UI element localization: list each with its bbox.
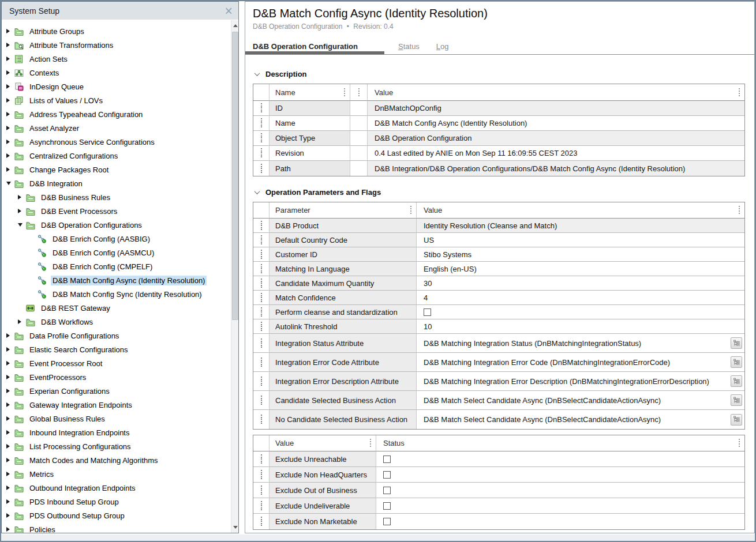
column-menu-icon[interactable] bbox=[739, 206, 740, 214]
expand-arrow-icon[interactable] bbox=[6, 126, 14, 130]
tree-item-d-b-enrich-config-cmpelf[interactable]: D&B Enrich Config (CMPELF) bbox=[2, 259, 231, 273]
column-menu-icon[interactable] bbox=[739, 439, 740, 447]
matching-in-language-value-cell[interactable]: English (en-US) bbox=[417, 262, 744, 276]
path-value-cell[interactable]: D&B Integration/D&B Operation Configurat… bbox=[368, 161, 744, 176]
integration-error-code-attribute-value-cell[interactable]: D&B Matching Integration Error Code (DnB… bbox=[417, 353, 744, 372]
row-drag-handle[interactable] bbox=[253, 131, 270, 146]
tree-item-d-b-match-config-sync-identity-resolution[interactable]: D&B Match Config Sync (Identity Resoluti… bbox=[2, 287, 231, 301]
tree-item-d-b-integration[interactable]: D&B Integration bbox=[2, 176, 231, 190]
exclude-unreachable-checkbox[interactable] bbox=[383, 456, 391, 463]
tree-item-pds-outbound-setup-group[interactable]: PDS Outbound Setup Group bbox=[2, 509, 231, 522]
exclude-undeliverable-checkbox[interactable] bbox=[383, 502, 391, 510]
tree-item-policies[interactable]: Policies bbox=[2, 522, 231, 533]
tree-item-gateway-integration-endpoints[interactable]: Gateway Integration Endpoints bbox=[2, 398, 231, 412]
expand-arrow-icon[interactable] bbox=[6, 389, 14, 393]
candidate-maximum-quantity-value-cell[interactable]: 30 bbox=[417, 276, 744, 291]
hierarchy-picker-button[interactable] bbox=[731, 394, 742, 406]
tab-status[interactable]: Status bbox=[398, 39, 420, 54]
row-drag-handle[interactable] bbox=[253, 161, 270, 176]
d-b-product-value-cell[interactable]: Identity Resolution (Cleanse and Match) bbox=[417, 219, 744, 233]
hierarchy-picker-button[interactable] bbox=[731, 375, 742, 387]
tree-item-centralized-configurations[interactable]: Centralized Configurations bbox=[2, 149, 231, 163]
exclude-unreachable-value-cell[interactable] bbox=[376, 451, 744, 467]
expand-arrow-icon[interactable] bbox=[6, 140, 14, 144]
tree-item-asynchronous-service-configurations[interactable]: Asynchronous Service Configurations bbox=[2, 135, 231, 149]
candidate-selected-business-action-value-cell[interactable]: D&B Match Select Candidate Async (DnBSel… bbox=[417, 391, 744, 410]
expand-arrow-icon[interactable] bbox=[18, 319, 26, 324]
hierarchy-picker-button[interactable] bbox=[731, 337, 742, 349]
tree-item-d-b-business-rules[interactable]: D&B Business Rules bbox=[2, 190, 231, 204]
expand-arrow-icon[interactable] bbox=[6, 84, 14, 89]
tree-item-address-typeahead-configuration[interactable]: Address Typeahead Configuration bbox=[2, 107, 231, 121]
row-drag-handle[interactable] bbox=[253, 146, 270, 161]
collapse-chevron-icon[interactable] bbox=[255, 189, 260, 194]
row-drag-handle[interactable] bbox=[253, 334, 270, 353]
expand-arrow-icon[interactable] bbox=[18, 195, 26, 200]
tree-item-experian-configurations[interactable]: Experian Configurations bbox=[2, 384, 231, 398]
no-candidate-selected-business-action-value-cell[interactable]: D&B Match Select Candidate Async (DnBSel… bbox=[417, 410, 744, 429]
revision-value-cell[interactable]: 0.4 Last edited by ANIE on Mon Sep 11 16… bbox=[368, 146, 744, 161]
expand-arrow-icon[interactable] bbox=[6, 98, 14, 103]
expand-arrow-icon[interactable] bbox=[6, 167, 14, 172]
match-confidence-value-cell[interactable]: 4 bbox=[417, 291, 744, 305]
row-drag-handle[interactable] bbox=[253, 319, 270, 334]
exclude-non-marketable-value-cell[interactable] bbox=[376, 514, 744, 529]
row-drag-handle[interactable] bbox=[253, 291, 270, 305]
expand-arrow-icon[interactable] bbox=[6, 361, 14, 366]
tab-d-b-operation-configuration[interactable]: D&B Operation Configuration bbox=[245, 39, 384, 54]
column-menu-icon[interactable] bbox=[410, 206, 411, 214]
row-drag-handle[interactable] bbox=[253, 233, 270, 247]
row-drag-handle[interactable] bbox=[253, 514, 270, 529]
expand-arrow-icon[interactable] bbox=[6, 112, 14, 116]
autolink-threshold-value-cell[interactable]: 10 bbox=[417, 319, 744, 334]
tree-item-pds-inbound-setup-group[interactable]: PDS Inbound Setup Group bbox=[2, 495, 231, 509]
row-drag-handle[interactable] bbox=[253, 305, 270, 319]
tree-item-indesign-queue[interactable]: IDInDesign Queue bbox=[2, 80, 231, 93]
expand-arrow-icon[interactable] bbox=[6, 444, 14, 449]
tree-item-global-business-rules[interactable]: Global Business Rules bbox=[2, 412, 231, 426]
tree-item-list-processing-configurations[interactable]: List Processing Configurations bbox=[2, 439, 231, 453]
expand-arrow-icon[interactable] bbox=[6, 513, 14, 518]
tree-item-d-b-match-config-async-identity-resolution[interactable]: D&B Match Config Async (Identity Resolut… bbox=[2, 273, 231, 287]
close-icon[interactable]: × bbox=[225, 5, 233, 17]
expand-arrow-icon[interactable] bbox=[6, 416, 14, 421]
tree-item-event-processor-root[interactable]: Event Processor Root bbox=[2, 356, 231, 370]
column-menu-icon[interactable] bbox=[344, 88, 345, 97]
expand-arrow-icon[interactable] bbox=[6, 499, 14, 504]
expand-arrow-icon[interactable] bbox=[6, 333, 14, 338]
expand-arrow-icon[interactable] bbox=[6, 57, 14, 61]
tree-item-d-b-enrich-config-aasbig[interactable]: D&B Enrich Config (AASBIG) bbox=[2, 232, 231, 246]
tree-item-metrics[interactable]: Metrics bbox=[2, 467, 231, 481]
expand-arrow-icon[interactable] bbox=[6, 375, 14, 379]
id-value-cell[interactable]: DnBMatchOpConfig bbox=[368, 101, 744, 116]
exclude-non-marketable-checkbox[interactable] bbox=[383, 518, 391, 525]
tree-item-d-b-enrich-config-aasmcu[interactable]: D&B Enrich Config (AASMCU) bbox=[2, 246, 231, 259]
tree-item-inbound-integration-endpoints[interactable]: Inbound Integration Endpoints bbox=[2, 426, 231, 439]
hierarchy-picker-button[interactable] bbox=[731, 414, 742, 426]
tree-item-d-b-rest-gateway[interactable]: D&B REST Gateway bbox=[2, 301, 231, 315]
integration-error-description-attribute-value-cell[interactable]: D&B Matching Integration Error Descripti… bbox=[417, 372, 744, 391]
expand-arrow-icon[interactable] bbox=[6, 347, 14, 352]
default-country-code-value-cell[interactable]: US bbox=[417, 233, 744, 247]
expand-arrow-icon[interactable] bbox=[6, 153, 14, 158]
tab-log[interactable]: Log bbox=[436, 39, 449, 54]
exclude-out-of-business-checkbox[interactable] bbox=[383, 487, 391, 494]
tree-item-lists-of-values-lovs[interactable]: Lists of Values / LOVs bbox=[2, 93, 231, 107]
row-drag-handle[interactable] bbox=[253, 353, 270, 372]
exclude-out-of-business-value-cell[interactable] bbox=[376, 483, 744, 498]
row-drag-handle[interactable] bbox=[253, 262, 270, 276]
tree-item-d-b-workflows[interactable]: D&B Workflows bbox=[2, 315, 231, 329]
column-menu-icon[interactable] bbox=[739, 88, 740, 97]
exclude-non-headquarters-checkbox[interactable] bbox=[383, 471, 391, 479]
row-drag-handle[interactable] bbox=[253, 483, 270, 498]
row-drag-handle[interactable] bbox=[253, 372, 270, 391]
expand-arrow-icon[interactable] bbox=[6, 70, 14, 75]
row-drag-handle[interactable] bbox=[253, 467, 270, 483]
expand-arrow-icon[interactable] bbox=[6, 458, 14, 462]
tree-item-elastic-search-configurations[interactable]: Elastic Search Configurations bbox=[2, 342, 231, 356]
column-menu-icon[interactable] bbox=[358, 88, 360, 97]
expand-arrow-icon[interactable] bbox=[6, 182, 14, 185]
row-drag-handle[interactable] bbox=[253, 498, 270, 514]
customer-id-value-cell[interactable]: Stibo Systems bbox=[417, 247, 744, 262]
expand-arrow-icon[interactable] bbox=[6, 430, 14, 435]
